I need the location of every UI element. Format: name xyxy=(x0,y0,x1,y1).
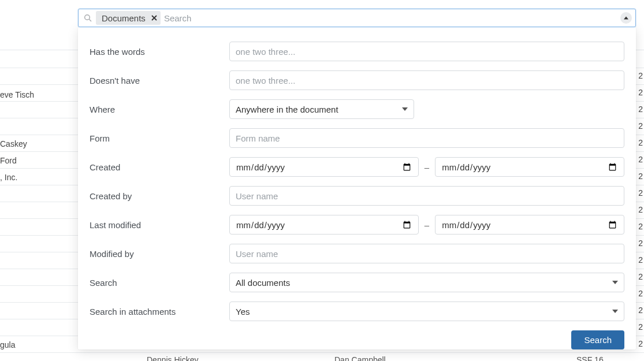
label-created-by: Created by xyxy=(90,191,229,201)
created-to-date[interactable] xyxy=(435,157,624,177)
created-by-input[interactable] xyxy=(229,186,624,206)
label-where: Where xyxy=(90,105,229,114)
form-name-input[interactable] xyxy=(229,128,624,148)
date-range-separator: – xyxy=(425,220,429,230)
table-cell: , Inc. xyxy=(0,173,17,182)
svg-point-0 xyxy=(85,15,90,20)
search-scope-select[interactable]: All documents xyxy=(229,273,624,292)
has-words-input[interactable] xyxy=(229,42,624,61)
table-cell: Dan Campbell xyxy=(334,355,386,361)
search-filter-tag: Documents xyxy=(96,11,161,25)
modified-from-date[interactable] xyxy=(229,215,419,235)
label-form: Form xyxy=(90,133,229,143)
label-has-words: Has the words xyxy=(90,47,229,57)
search-button[interactable]: Search xyxy=(571,330,624,349)
label-created: Created xyxy=(90,162,229,172)
search-bar[interactable]: Documents xyxy=(78,9,636,27)
table-cell: SSF 16 xyxy=(576,355,604,361)
tag-remove-button[interactable] xyxy=(149,13,159,23)
doesnt-have-input[interactable] xyxy=(229,70,624,90)
created-from-date[interactable] xyxy=(229,157,419,177)
where-select[interactable]: Anywhere in the document xyxy=(229,99,414,119)
search-input[interactable] xyxy=(164,13,620,23)
label-doesnt-have: Doesn't have xyxy=(90,76,229,85)
advanced-search-panel: Has the words Doesn't have Where Anywher… xyxy=(78,27,636,349)
tag-label: Documents xyxy=(102,13,146,23)
modified-by-input[interactable] xyxy=(229,244,624,263)
label-modified-by: Modified by xyxy=(90,249,229,259)
modified-to-date[interactable] xyxy=(435,215,624,235)
table-cell: gula xyxy=(0,340,15,349)
collapse-toggle[interactable] xyxy=(620,12,632,24)
table-cell: eve Tisch xyxy=(0,90,34,99)
svg-line-1 xyxy=(89,19,91,21)
search-icon xyxy=(83,13,92,23)
label-search-attachments: Search in attachments xyxy=(90,307,229,317)
table-cell: Caskey xyxy=(0,139,27,148)
label-search-scope: Search xyxy=(90,278,229,288)
date-range-separator: – xyxy=(425,162,429,172)
table-cell: Dennis Hickey xyxy=(147,355,198,361)
search-attachments-select[interactable]: Yes xyxy=(229,302,624,321)
table-cell: Ford xyxy=(0,156,17,165)
label-last-modified: Last modified xyxy=(90,220,229,230)
